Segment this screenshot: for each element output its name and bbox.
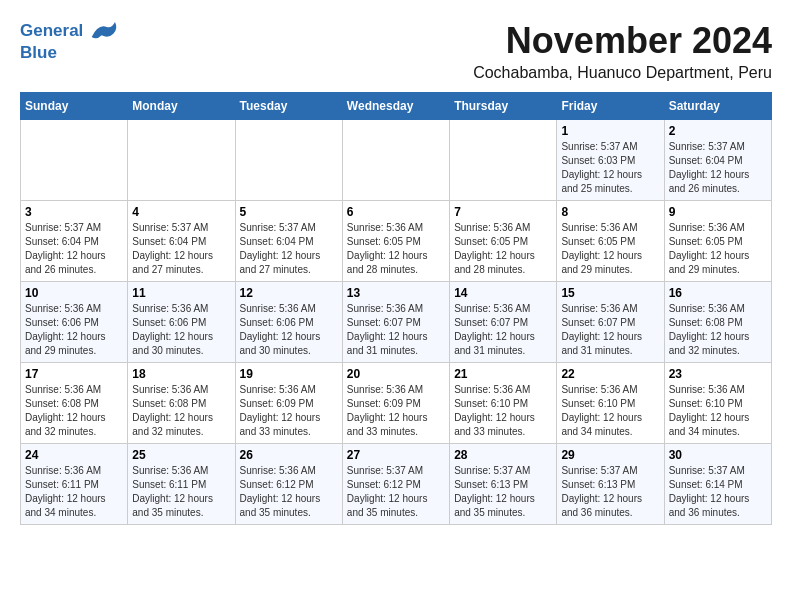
calendar-cell: 1Sunrise: 5:37 AM Sunset: 6:03 PM Daylig… — [557, 120, 664, 201]
calendar-row: 24Sunrise: 5:36 AM Sunset: 6:11 PM Dayli… — [21, 444, 772, 525]
day-number: 18 — [132, 367, 230, 381]
day-info: Sunrise: 5:36 AM Sunset: 6:05 PM Dayligh… — [669, 221, 767, 277]
calendar-cell: 3Sunrise: 5:37 AM Sunset: 6:04 PM Daylig… — [21, 201, 128, 282]
calendar-cell: 18Sunrise: 5:36 AM Sunset: 6:08 PM Dayli… — [128, 363, 235, 444]
day-info: Sunrise: 5:36 AM Sunset: 6:11 PM Dayligh… — [25, 464, 123, 520]
calendar-cell: 11Sunrise: 5:36 AM Sunset: 6:06 PM Dayli… — [128, 282, 235, 363]
calendar-cell: 27Sunrise: 5:37 AM Sunset: 6:12 PM Dayli… — [342, 444, 449, 525]
weekday-header: Tuesday — [235, 93, 342, 120]
calendar-row: 10Sunrise: 5:36 AM Sunset: 6:06 PM Dayli… — [21, 282, 772, 363]
day-number: 14 — [454, 286, 552, 300]
day-info: Sunrise: 5:36 AM Sunset: 6:05 PM Dayligh… — [347, 221, 445, 277]
calendar-cell: 23Sunrise: 5:36 AM Sunset: 6:10 PM Dayli… — [664, 363, 771, 444]
day-info: Sunrise: 5:36 AM Sunset: 6:05 PM Dayligh… — [561, 221, 659, 277]
day-number: 16 — [669, 286, 767, 300]
day-number: 5 — [240, 205, 338, 219]
day-number: 10 — [25, 286, 123, 300]
calendar-cell: 9Sunrise: 5:36 AM Sunset: 6:05 PM Daylig… — [664, 201, 771, 282]
day-info: Sunrise: 5:37 AM Sunset: 6:04 PM Dayligh… — [240, 221, 338, 277]
logo-text: General — [20, 20, 120, 44]
calendar-body: 1Sunrise: 5:37 AM Sunset: 6:03 PM Daylig… — [21, 120, 772, 525]
header: General Blue November 2024 Cochabamba, H… — [20, 20, 772, 82]
calendar-cell: 21Sunrise: 5:36 AM Sunset: 6:10 PM Dayli… — [450, 363, 557, 444]
day-number: 20 — [347, 367, 445, 381]
day-number: 4 — [132, 205, 230, 219]
day-info: Sunrise: 5:37 AM Sunset: 6:04 PM Dayligh… — [25, 221, 123, 277]
day-info: Sunrise: 5:36 AM Sunset: 6:08 PM Dayligh… — [669, 302, 767, 358]
day-info: Sunrise: 5:36 AM Sunset: 6:07 PM Dayligh… — [454, 302, 552, 358]
day-info: Sunrise: 5:37 AM Sunset: 6:13 PM Dayligh… — [561, 464, 659, 520]
calendar-cell — [235, 120, 342, 201]
day-number: 6 — [347, 205, 445, 219]
day-number: 2 — [669, 124, 767, 138]
calendar-cell: 25Sunrise: 5:36 AM Sunset: 6:11 PM Dayli… — [128, 444, 235, 525]
day-number: 17 — [25, 367, 123, 381]
calendar-cell — [450, 120, 557, 201]
day-number: 30 — [669, 448, 767, 462]
day-info: Sunrise: 5:37 AM Sunset: 6:04 PM Dayligh… — [669, 140, 767, 196]
day-info: Sunrise: 5:36 AM Sunset: 6:08 PM Dayligh… — [132, 383, 230, 439]
day-info: Sunrise: 5:36 AM Sunset: 6:10 PM Dayligh… — [561, 383, 659, 439]
day-info: Sunrise: 5:36 AM Sunset: 6:06 PM Dayligh… — [25, 302, 123, 358]
day-info: Sunrise: 5:37 AM Sunset: 6:04 PM Dayligh… — [132, 221, 230, 277]
calendar-cell: 26Sunrise: 5:36 AM Sunset: 6:12 PM Dayli… — [235, 444, 342, 525]
day-number: 26 — [240, 448, 338, 462]
day-number: 7 — [454, 205, 552, 219]
day-number: 29 — [561, 448, 659, 462]
day-info: Sunrise: 5:36 AM Sunset: 6:06 PM Dayligh… — [132, 302, 230, 358]
day-info: Sunrise: 5:37 AM Sunset: 6:13 PM Dayligh… — [454, 464, 552, 520]
day-number: 9 — [669, 205, 767, 219]
calendar-cell: 30Sunrise: 5:37 AM Sunset: 6:14 PM Dayli… — [664, 444, 771, 525]
calendar-cell: 2Sunrise: 5:37 AM Sunset: 6:04 PM Daylig… — [664, 120, 771, 201]
weekday-header: Thursday — [450, 93, 557, 120]
weekday-header: Monday — [128, 93, 235, 120]
day-number: 23 — [669, 367, 767, 381]
calendar-row: 1Sunrise: 5:37 AM Sunset: 6:03 PM Daylig… — [21, 120, 772, 201]
calendar-cell: 15Sunrise: 5:36 AM Sunset: 6:07 PM Dayli… — [557, 282, 664, 363]
main-title: November 2024 — [120, 20, 772, 62]
day-info: Sunrise: 5:36 AM Sunset: 6:09 PM Dayligh… — [240, 383, 338, 439]
logo-bird-icon — [90, 20, 120, 44]
day-info: Sunrise: 5:36 AM Sunset: 6:05 PM Dayligh… — [454, 221, 552, 277]
day-number: 3 — [25, 205, 123, 219]
calendar-cell — [128, 120, 235, 201]
day-info: Sunrise: 5:36 AM Sunset: 6:10 PM Dayligh… — [669, 383, 767, 439]
day-info: Sunrise: 5:36 AM Sunset: 6:07 PM Dayligh… — [347, 302, 445, 358]
calendar-cell: 4Sunrise: 5:37 AM Sunset: 6:04 PM Daylig… — [128, 201, 235, 282]
day-info: Sunrise: 5:36 AM Sunset: 6:11 PM Dayligh… — [132, 464, 230, 520]
day-number: 21 — [454, 367, 552, 381]
calendar-cell: 16Sunrise: 5:36 AM Sunset: 6:08 PM Dayli… — [664, 282, 771, 363]
day-info: Sunrise: 5:36 AM Sunset: 6:09 PM Dayligh… — [347, 383, 445, 439]
calendar-cell: 22Sunrise: 5:36 AM Sunset: 6:10 PM Dayli… — [557, 363, 664, 444]
day-info: Sunrise: 5:36 AM Sunset: 6:10 PM Dayligh… — [454, 383, 552, 439]
calendar-cell: 29Sunrise: 5:37 AM Sunset: 6:13 PM Dayli… — [557, 444, 664, 525]
day-number: 19 — [240, 367, 338, 381]
weekday-row: SundayMondayTuesdayWednesdayThursdayFrid… — [21, 93, 772, 120]
weekday-header: Wednesday — [342, 93, 449, 120]
calendar-header: SundayMondayTuesdayWednesdayThursdayFrid… — [21, 93, 772, 120]
calendar-cell: 14Sunrise: 5:36 AM Sunset: 6:07 PM Dayli… — [450, 282, 557, 363]
day-info: Sunrise: 5:36 AM Sunset: 6:06 PM Dayligh… — [240, 302, 338, 358]
day-info: Sunrise: 5:37 AM Sunset: 6:03 PM Dayligh… — [561, 140, 659, 196]
calendar-cell: 10Sunrise: 5:36 AM Sunset: 6:06 PM Dayli… — [21, 282, 128, 363]
day-number: 8 — [561, 205, 659, 219]
calendar-cell: 17Sunrise: 5:36 AM Sunset: 6:08 PM Dayli… — [21, 363, 128, 444]
calendar-cell — [21, 120, 128, 201]
day-info: Sunrise: 5:37 AM Sunset: 6:12 PM Dayligh… — [347, 464, 445, 520]
day-number: 28 — [454, 448, 552, 462]
calendar-cell: 8Sunrise: 5:36 AM Sunset: 6:05 PM Daylig… — [557, 201, 664, 282]
calendar-cell: 7Sunrise: 5:36 AM Sunset: 6:05 PM Daylig… — [450, 201, 557, 282]
calendar-cell: 24Sunrise: 5:36 AM Sunset: 6:11 PM Dayli… — [21, 444, 128, 525]
day-number: 13 — [347, 286, 445, 300]
calendar-cell: 5Sunrise: 5:37 AM Sunset: 6:04 PM Daylig… — [235, 201, 342, 282]
calendar-cell: 6Sunrise: 5:36 AM Sunset: 6:05 PM Daylig… — [342, 201, 449, 282]
weekday-header: Sunday — [21, 93, 128, 120]
calendar-cell: 13Sunrise: 5:36 AM Sunset: 6:07 PM Dayli… — [342, 282, 449, 363]
logo-general: General — [20, 21, 83, 40]
day-info: Sunrise: 5:36 AM Sunset: 6:12 PM Dayligh… — [240, 464, 338, 520]
day-info: Sunrise: 5:36 AM Sunset: 6:08 PM Dayligh… — [25, 383, 123, 439]
day-number: 22 — [561, 367, 659, 381]
day-number: 15 — [561, 286, 659, 300]
day-number: 27 — [347, 448, 445, 462]
weekday-header: Saturday — [664, 93, 771, 120]
